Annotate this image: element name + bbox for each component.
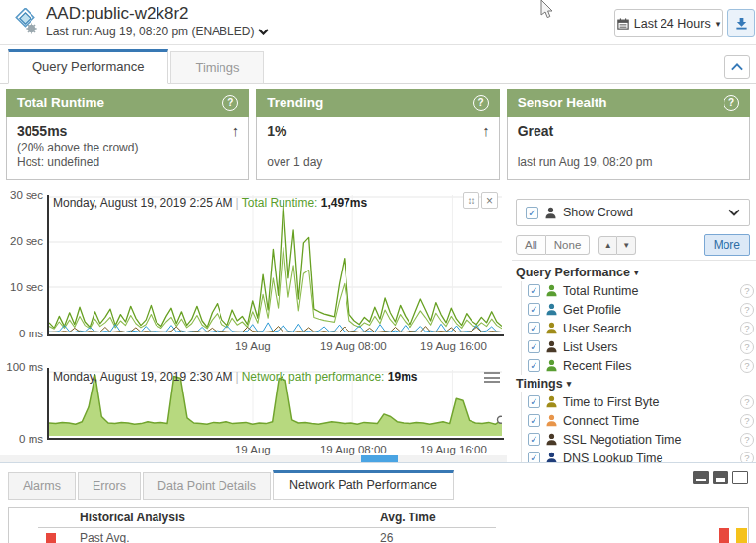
y-tick-label: 100 ms <box>0 361 43 373</box>
metric-checkbox[interactable]: ✓ <box>528 284 540 297</box>
metric-checkbox[interactable]: ✓ <box>528 303 540 316</box>
person-icon <box>545 414 558 427</box>
app-window: AAD:public-w2k8r2 Last run: Aug 19, 08:2… <box>0 0 756 543</box>
person-icon <box>545 303 558 316</box>
y-tick-label: 10 sec <box>0 281 43 293</box>
help-icon[interactable]: ? <box>740 284 754 298</box>
help-icon[interactable]: ? <box>740 414 754 428</box>
select-all-button[interactable]: All <box>516 235 546 255</box>
panel-half-icon[interactable] <box>713 471 728 484</box>
tab-network-path-performance[interactable]: Network Path Performance <box>273 470 454 500</box>
help-icon[interactable]: ? <box>222 95 238 111</box>
close-icon: × <box>486 194 493 208</box>
help-icon[interactable]: ? <box>740 359 754 373</box>
help-icon[interactable]: ? <box>473 95 489 111</box>
metric-label: Time to First Byte <box>563 395 659 409</box>
help-icon[interactable]: ? <box>724 95 739 111</box>
column-header: Avg. Time <box>380 511 496 524</box>
time-range-label: Last 24 Hours <box>634 17 711 30</box>
metric-checkbox[interactable]: ✓ <box>528 322 540 334</box>
tab-data-point-details[interactable]: Data Point Details <box>143 472 271 500</box>
card-title: Trending <box>267 95 323 110</box>
show-crowd-dropdown[interactable]: ✓ Show Crowd <box>516 199 750 226</box>
runtime-chart-x-axis: 19 Aug19 Aug 08:0019 Aug 16:00 <box>0 340 507 354</box>
card-title: Sensor Health <box>518 95 607 110</box>
tab-alarms[interactable]: Alarms <box>8 472 76 500</box>
close-chart-button[interactable]: × <box>481 192 498 209</box>
more-button[interactable]: More <box>704 234 750 256</box>
y-tick-label: 0 ms <box>0 328 43 339</box>
move-down-button[interactable]: ▼ <box>617 236 636 255</box>
chevron-down-icon: ▾ <box>567 379 572 389</box>
move-up-button[interactable]: ▲ <box>598 236 617 255</box>
metric-checkbox[interactable]: ✓ <box>528 433 540 446</box>
metric-checkbox[interactable]: ✓ <box>528 414 540 427</box>
divider <box>512 260 756 261</box>
panel-minimize-icon[interactable] <box>693 471 709 484</box>
help-icon[interactable]: ? <box>740 395 754 409</box>
runtime-chart-plot[interactable] <box>47 195 504 336</box>
tooltip-value: 19ms <box>388 370 418 384</box>
metric-label: List Users <box>563 340 618 354</box>
metric-checkbox[interactable]: ✓ <box>528 395 540 408</box>
x-tick-label: 19 Aug <box>209 444 297 455</box>
chevron-down-icon <box>258 29 269 35</box>
resize-icon: ↕↕ <box>468 195 475 206</box>
calendar-icon <box>617 18 629 30</box>
time-range-button[interactable]: Last 24 Hours ▾ <box>614 9 723 37</box>
help-icon[interactable]: ? <box>740 340 754 354</box>
section-header-timings[interactable]: Timings▾ <box>516 375 756 392</box>
tab-errors[interactable]: Errors <box>78 472 141 500</box>
person-icon <box>545 359 558 372</box>
x-tick-label: 19 Aug 08:00 <box>309 444 398 455</box>
person-icon <box>545 284 558 297</box>
network-chart-tooltip: Monday, August 19, 2019 2:30 AM|Network … <box>53 370 417 384</box>
tab-timings[interactable]: Timings <box>170 51 264 84</box>
metric-item-recent-files: ✓Recent Files? <box>528 356 756 375</box>
resize-chart-button[interactable]: ↕↕ <box>463 192 479 209</box>
x-tick-label: 19 Aug 16:00 <box>410 444 498 455</box>
mouse-cursor <box>539 0 554 22</box>
chart-menu-button[interactable] <box>484 371 500 384</box>
chevron-up-icon <box>731 63 743 71</box>
tab-query-performance[interactable]: Query Performance <box>8 49 168 84</box>
label-cell: Past Avg. <box>80 531 380 543</box>
help-icon[interactable]: ? <box>740 303 754 317</box>
x-tick-label: 19 Aug <box>209 340 297 352</box>
metric-checkbox[interactable]: ✓ <box>528 340 540 353</box>
card-subtext: last run Aug 19, 08:20 pm <box>518 155 739 170</box>
tooltip-metric: Total Runtime: <box>242 196 318 210</box>
metric-sidebar: ✓ Show Crowd All None ▲ ▼ More Query Per… <box>512 193 756 462</box>
last-run-dropdown[interactable]: Last run: Aug 19, 08:20 pm (ENABLED) <box>46 25 269 38</box>
main-tab-bar: Query PerformanceTimings <box>0 51 756 84</box>
metric-checkbox[interactable]: ✓ <box>528 359 540 372</box>
section-header-query-performance[interactable]: Query Performance▾ <box>516 264 756 281</box>
download-button[interactable] <box>727 9 755 37</box>
metric-item-get-profile: ✓Get Profile? <box>528 300 756 319</box>
panel-size-controls <box>693 471 748 484</box>
chevron-down-icon <box>728 209 740 216</box>
card-title: Total Runtime <box>17 95 104 110</box>
help-icon[interactable]: ? <box>740 322 754 335</box>
show-crowd-checkbox[interactable]: ✓ <box>526 207 538 219</box>
metric-label: SSL Negotiation Time <box>563 433 681 447</box>
card-value: Great <box>518 123 739 139</box>
y-tick-label: 20 sec <box>0 235 43 247</box>
legend-cell <box>38 533 80 543</box>
panel-maximize-icon[interactable] <box>732 471 748 484</box>
historical-analysis-panel: Historical AnalysisAvg. TimePast Avg.26 <box>8 507 749 543</box>
person-icon <box>545 322 558 334</box>
card-value: 3055ms <box>17 123 238 139</box>
select-none-button[interactable]: None <box>546 235 591 255</box>
card-subtext: Host: undefined <box>17 155 238 170</box>
chevron-down-icon: ▾ <box>634 268 639 277</box>
page-header: AAD:public-w2k8r2 Last run: Aug 19, 08:2… <box>0 0 756 45</box>
sensor-app-icon <box>12 8 39 35</box>
section-title: Query Performance <box>516 266 630 279</box>
metric-item-ssl-negotiation-time: ✓SSL Negotiation Time? <box>528 430 756 449</box>
column-header: Historical Analysis <box>80 511 380 524</box>
collapse-button[interactable] <box>724 55 750 79</box>
metric-item-list-users: ✓List Users? <box>528 337 756 356</box>
help-icon[interactable]: ? <box>740 433 754 447</box>
card-value: 1% <box>267 123 488 139</box>
